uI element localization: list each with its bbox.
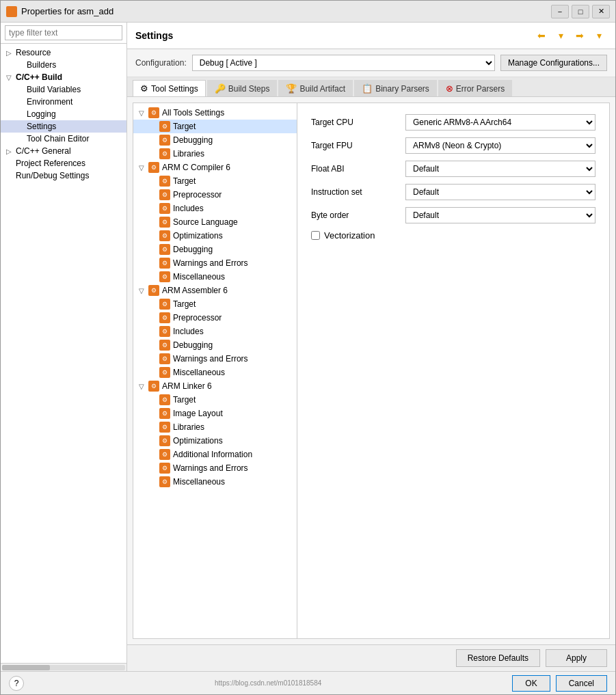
manage-configurations-button[interactable]: Manage Configurations... [500, 55, 607, 71]
tab-build-steps[interactable]: 🔑 Build Steps [207, 80, 278, 96]
st-arm-c-source-language[interactable]: ⚙ Source Language [133, 215, 297, 229]
st-arm-lnk-target[interactable]: ⚙ Target [133, 393, 297, 407]
st-arm-assembler[interactable]: ▽ ⚙ ARM Assembler 6 [133, 284, 297, 297]
st-arm-c-optimizations[interactable]: ⚙ Optimizations [133, 229, 297, 243]
panel-toolbar: ⬅ ▾ ➡ ▾ [533, 28, 607, 43]
minimize-button[interactable]: − [551, 5, 569, 18]
arm-asm-debugging-icon: ⚙ [159, 340, 170, 351]
arm-lnk-optimizations-icon: ⚙ [159, 435, 170, 446]
sidebar-item-resource[interactable]: ▷ Resource [1, 46, 126, 59]
arm-c-preprocessor-icon: ⚙ [159, 189, 170, 200]
arm-c-optimizations-icon: ⚙ [159, 230, 170, 241]
sidebar-scrollbar[interactable] [1, 663, 126, 671]
sidebar-item-logging[interactable]: Logging [1, 108, 126, 120]
st-arm-lnk-additional[interactable]: ⚙ Additional Information [133, 448, 297, 461]
arm-lnk-libraries-icon: ⚙ [159, 422, 170, 433]
configuration-select[interactable]: Debug [ Active ] [192, 55, 495, 71]
sidebar-item-project-references[interactable]: Project References [1, 157, 126, 169]
target-fpu-select[interactable]: ARMv8 (Neon & Crypto) [405, 137, 595, 154]
close-button[interactable]: ✕ [592, 5, 610, 18]
arm-lnk-misc-icon: ⚙ [159, 476, 170, 487]
forward-button[interactable]: ➡ [572, 28, 588, 43]
st-all-debugging[interactable]: ⚙ Debugging [133, 133, 297, 147]
target-cpu-select[interactable]: Generic ARMv8-A AArch64 [405, 114, 595, 131]
help-button[interactable]: ? [9, 676, 24, 691]
title-bar: Properties for asm_add − □ ✕ [1, 1, 615, 23]
vectorization-checkbox[interactable] [311, 231, 320, 240]
st-arm-lnk-libraries[interactable]: ⚙ Libraries [133, 420, 297, 434]
sidebar-item-builders[interactable]: Builders [1, 59, 126, 71]
binary-parsers-icon: 📋 [362, 83, 373, 94]
sidebar-item-ccpp-general[interactable]: ▷ C/C++ General [1, 145, 126, 157]
window-controls: − □ ✕ [551, 5, 610, 18]
float-abi-field: Float ABI Default [311, 161, 595, 177]
st-arm-asm-target[interactable]: ⚙ Target [133, 297, 297, 311]
st-arm-asm-debugging[interactable]: ⚙ Debugging [133, 338, 297, 352]
tab-error-parsers[interactable]: ⊗ Error Parsers [438, 80, 512, 96]
sidebar-item-ccpp-build[interactable]: ▽ C/C++ Build [1, 71, 126, 83]
right-panel: Settings ⬅ ▾ ➡ ▾ Configuration: Debug [ … [127, 23, 615, 671]
st-arm-linker[interactable]: ▽ ⚙ ARM Linker 6 [133, 379, 297, 393]
target-fpu-field: Target FPU ARMv8 (Neon & Crypto) [311, 137, 595, 154]
sidebar: ▷ Resource Builders ▽ C/C++ Build Build … [1, 23, 127, 671]
st-arm-asm-preprocessor[interactable]: ⚙ Preprocessor [133, 311, 297, 325]
byte-order-label: Byte order [311, 210, 400, 220]
footer-bar: ? https://blog.csdn.net/m0101818584 OK C… [1, 671, 615, 694]
all-debugging-icon: ⚙ [159, 135, 170, 146]
st-arm-lnk-image-layout[interactable]: ⚙ Image Layout [133, 407, 297, 420]
cancel-button[interactable]: Cancel [556, 675, 607, 692]
st-all-target[interactable]: ⚙ Target [133, 120, 297, 133]
all-target-icon: ⚙ [159, 121, 170, 132]
st-arm-asm-includes[interactable]: ⚙ Includes [133, 325, 297, 338]
sidebar-item-build-variables[interactable]: Build Variables [1, 83, 126, 96]
sidebar-item-tool-chain-editor[interactable]: Tool Chain Editor [1, 133, 126, 145]
byte-order-select[interactable]: Default [405, 207, 595, 223]
instruction-set-select[interactable]: Default [405, 184, 595, 200]
restore-defaults-button[interactable]: Restore Defaults [456, 649, 540, 667]
error-parsers-icon: ⊗ [446, 83, 453, 94]
arm-linker-icon: ⚙ [148, 381, 159, 392]
float-abi-select[interactable]: Default [405, 161, 595, 177]
st-arm-lnk-misc[interactable]: ⚙ Miscellaneous [133, 475, 297, 489]
tabs-bar: ⚙ Tool Settings 🔑 Build Steps 🏆 Build Ar… [127, 77, 615, 97]
arm-asm-preprocessor-icon: ⚙ [159, 312, 170, 323]
tab-build-artifact[interactable]: 🏆 Build Artifact [278, 80, 353, 96]
st-arm-c-warnings[interactable]: ⚙ Warnings and Errors [133, 256, 297, 270]
arm-c-target-icon: ⚙ [159, 176, 170, 187]
window-title: Properties for asm_add [21, 6, 551, 16]
tab-tool-settings[interactable]: ⚙ Tool Settings [133, 80, 206, 96]
maximize-button[interactable]: □ [572, 5, 589, 18]
back-dropdown-button[interactable]: ▾ [552, 28, 569, 43]
arm-lnk-additional-icon: ⚙ [159, 449, 170, 460]
st-arm-c-compiler[interactable]: ▽ ⚙ ARM C Compiler 6 [133, 161, 297, 174]
build-artifact-icon: 🏆 [286, 83, 297, 94]
arm-asm-includes-icon: ⚙ [159, 326, 170, 337]
arm-c-misc-icon: ⚙ [159, 271, 170, 282]
apply-button[interactable]: Apply [546, 649, 607, 667]
sidebar-item-environment[interactable]: Environment [1, 96, 126, 108]
search-input[interactable] [5, 25, 122, 40]
tab-tool-settings-label: Tool Settings [151, 84, 198, 94]
forward-dropdown-button[interactable]: ▾ [591, 28, 607, 43]
st-arm-lnk-optimizations[interactable]: ⚙ Optimizations [133, 434, 297, 448]
tab-binary-parsers[interactable]: 📋 Binary Parsers [354, 80, 437, 96]
sidebar-item-run-debug-settings[interactable]: Run/Debug Settings [1, 169, 126, 182]
st-all-tools[interactable]: ▽ ⚙ All Tools Settings [133, 106, 297, 120]
app-icon [6, 6, 17, 17]
st-arm-lnk-warnings[interactable]: ⚙ Warnings and Errors [133, 461, 297, 475]
st-arm-c-misc[interactable]: ⚙ Miscellaneous [133, 270, 297, 284]
tab-build-artifact-label: Build Artifact [299, 84, 345, 94]
main-content: ▷ Resource Builders ▽ C/C++ Build Build … [1, 23, 615, 671]
st-arm-c-preprocessor[interactable]: ⚙ Preprocessor [133, 188, 297, 202]
ok-button[interactable]: OK [512, 675, 550, 692]
tab-binary-parsers-label: Binary Parsers [375, 84, 429, 94]
st-arm-asm-warnings[interactable]: ⚙ Warnings and Errors [133, 352, 297, 366]
back-button[interactable]: ⬅ [533, 28, 550, 43]
tab-build-steps-label: Build Steps [228, 84, 270, 94]
st-arm-asm-misc[interactable]: ⚙ Miscellaneous [133, 366, 297, 379]
st-all-libraries[interactable]: ⚙ Libraries [133, 147, 297, 161]
st-arm-c-includes[interactable]: ⚙ Includes [133, 202, 297, 215]
st-arm-c-target[interactable]: ⚙ Target [133, 174, 297, 188]
sidebar-item-settings[interactable]: Settings [1, 120, 126, 133]
st-arm-c-debugging[interactable]: ⚙ Debugging [133, 243, 297, 256]
